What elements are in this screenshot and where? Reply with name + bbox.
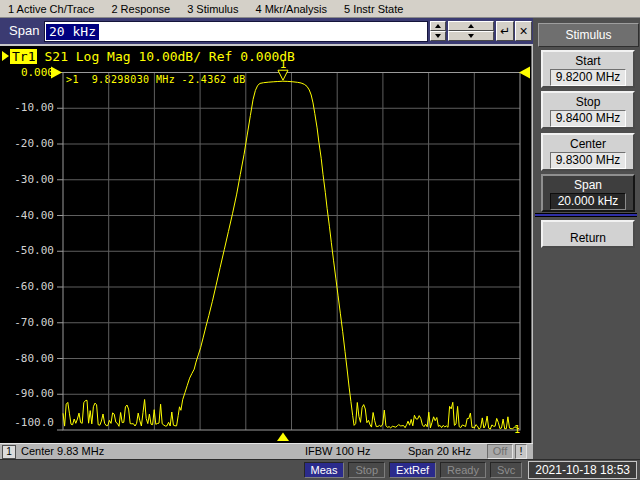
softkey-return-label: Return bbox=[543, 227, 633, 243]
channel-status-bar: 1 Center 9.83 MHz IFBW 100 Hz Span 20 kH… bbox=[0, 443, 533, 459]
entry-enter-button[interactable]: ↵ bbox=[496, 21, 514, 41]
softkey-stop[interactable]: Stop 9.8400 MHz bbox=[541, 91, 635, 129]
softkey-span-label: Span bbox=[543, 177, 633, 193]
softkey-span-value: 20.000 kHz bbox=[550, 193, 626, 210]
softkey-start-value: 9.8200 MHz bbox=[550, 69, 626, 86]
clock: 2021-10-18 18:53 bbox=[528, 461, 637, 479]
softkey-separator bbox=[535, 213, 637, 217]
softkey-stop-value: 9.8400 MHz bbox=[550, 110, 626, 127]
close-icon: × bbox=[519, 24, 527, 38]
span-input-selected-value: 20 kHz bbox=[46, 24, 99, 40]
softkey-span[interactable]: Span 20.000 kHz bbox=[541, 174, 635, 212]
plot-corner-trace-number: 1 bbox=[514, 424, 520, 435]
softkey-panel: Stimulus Start 9.8200 MHz Stop 9.8400 MH… bbox=[533, 18, 640, 459]
arrow-down-icon bbox=[468, 34, 474, 38]
menu-item-response[interactable]: 2 Response bbox=[111, 3, 170, 15]
entry-field-label: Span bbox=[9, 23, 39, 38]
status-stop: Stop bbox=[348, 462, 385, 478]
status-extref: ExtRef bbox=[389, 462, 436, 478]
menu-item-mkr-analysis[interactable]: 4 Mkr/Analysis bbox=[255, 3, 327, 15]
softkey-center-label: Center bbox=[543, 136, 633, 152]
softkey-start[interactable]: Start 9.8200 MHz bbox=[541, 50, 635, 88]
channel-ifbw-readout: IFBW 100 Hz bbox=[305, 445, 370, 457]
menu-bar: 1 Active Ch/Trace 2 Response 3 Stimulus … bbox=[0, 0, 640, 18]
softkey-start-label: Start bbox=[543, 53, 633, 69]
arrow-up-icon bbox=[468, 24, 474, 28]
channel-number-badge: 1 bbox=[2, 445, 16, 459]
spin-up-large-button[interactable] bbox=[448, 21, 494, 31]
spin-down-large-button[interactable] bbox=[448, 31, 494, 41]
channel-span-readout: Span 20 kHz bbox=[408, 445, 471, 457]
correction-off-badge: Off bbox=[487, 444, 513, 459]
span-input[interactable]: 20 kHz bbox=[44, 21, 428, 42]
entry-close-button[interactable]: × bbox=[515, 21, 532, 41]
softkey-return[interactable]: Return bbox=[541, 220, 635, 248]
menu-item-instr-state[interactable]: 5 Instr State bbox=[344, 3, 403, 15]
vna-instrument-screen: 1 Active Ch/Trace 2 Response 3 Stimulus … bbox=[0, 0, 640, 480]
status-ready: Ready bbox=[440, 462, 486, 478]
menu-item-active-ch-trace[interactable]: 1 Active Ch/Trace bbox=[8, 3, 94, 15]
marker-stimulus-arrow-icon bbox=[277, 433, 289, 442]
softkey-center-value: 9.8300 MHz bbox=[550, 152, 626, 169]
plot-area: 11 bbox=[0, 46, 531, 443]
span-entry-bar: Span 20 kHz ↵ × bbox=[0, 18, 533, 46]
softkey-center[interactable]: Center 9.8300 MHz bbox=[541, 133, 635, 171]
status-svc: Svc bbox=[490, 462, 522, 478]
channel-center-readout: Center 9.83 MHz bbox=[21, 445, 104, 457]
spin-up-small-button[interactable] bbox=[430, 21, 446, 31]
softkey-stop-label: Stop bbox=[543, 94, 633, 110]
marker-1-icon bbox=[278, 70, 288, 80]
alert-badge: ! bbox=[515, 444, 527, 459]
spin-down-small-button[interactable] bbox=[430, 31, 446, 41]
display-area: Tr1 S21 Log Mag 10.00dB/ Ref 0.000dB >1 … bbox=[0, 46, 531, 443]
status-bar: Meas Stop ExtRef Ready Svc 2021-10-18 18… bbox=[0, 459, 640, 480]
arrow-up-icon bbox=[435, 24, 441, 28]
menu-item-stimulus[interactable]: 3 Stimulus bbox=[187, 3, 238, 15]
softkey-menu-title: Stimulus bbox=[538, 23, 639, 47]
ref-level-arrow-right-icon bbox=[519, 67, 530, 79]
enter-icon: ↵ bbox=[500, 25, 510, 37]
status-meas: Meas bbox=[304, 462, 345, 478]
arrow-down-icon bbox=[435, 34, 441, 38]
marker-1-number: 1 bbox=[280, 58, 287, 71]
ref-level-arrow-left-icon bbox=[51, 67, 62, 79]
